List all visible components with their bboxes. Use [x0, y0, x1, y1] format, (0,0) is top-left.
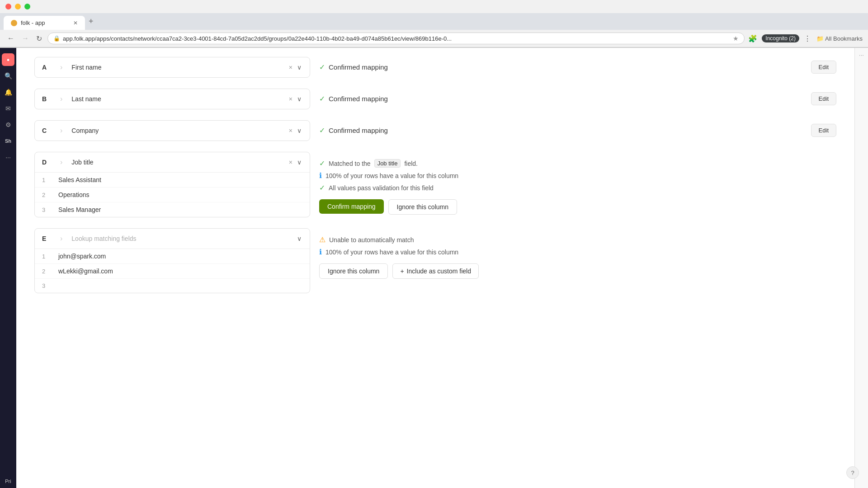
match-check-icon: ✓ [319, 159, 325, 168]
check-icon-a: ✓ [319, 63, 325, 71]
field-actions-d: × ∨ [288, 158, 302, 167]
column-header-a: A › First name × ∨ [35, 57, 310, 77]
rows-info-line: ℹ 100% of your rows have a value for thi… [319, 171, 836, 180]
menu-btn[interactable]: ⋮ [804, 34, 811, 43]
sidebar-sh-icon[interactable]: Sh [2, 135, 14, 147]
arrow-icon-d: › [60, 158, 62, 166]
status-panel-d: ✓ Matched to the Job title field. ℹ 100%… [319, 152, 836, 215]
edit-btn-c[interactable]: Edit [811, 124, 836, 137]
bookmarks-label: 📁 All Bookmarks [816, 35, 863, 42]
check-icon-c: ✓ [319, 126, 325, 135]
field-clear-btn-b[interactable]: × [288, 94, 293, 103]
arrow-icon-b: › [60, 95, 62, 103]
lookup-placeholder-text: Lookup matching fields [71, 235, 136, 242]
data-row-e-3: 3 [35, 279, 310, 293]
confirm-mapping-btn[interactable]: Confirm mapping [319, 199, 384, 214]
close-window-btn[interactable] [5, 4, 11, 9]
mapping-row-d: D › Job title × ∨ 1 Sales Assistant [34, 152, 836, 217]
sidebar-search-icon[interactable]: 🔍 [2, 70, 14, 82]
info-icon-e: ℹ [319, 248, 322, 256]
mapping-row-b: B › Last name × ∨ ✓ [34, 89, 836, 109]
arrow-icon-a: › [60, 63, 62, 71]
status-panel-b: ✓ Confirmed mapping Edit [319, 89, 836, 105]
row-number-d-1: 1 [42, 177, 51, 183]
match-prefix-text: Matched to the [329, 160, 371, 167]
new-tab-btn[interactable]: + [85, 13, 97, 30]
browser-chrome: folk - app ✕ + ← → ↻ 🔒 app.folk.app/apps… [0, 0, 868, 48]
url-text: app.folk.app/apps/contacts/network/ccaa7… [63, 35, 730, 42]
tab-close-btn[interactable]: ✕ [73, 20, 78, 26]
field-selector-e[interactable]: Lookup matching fields ∨ [71, 234, 302, 243]
sidebar-more-icon[interactable]: ··· [2, 151, 14, 164]
field-selector-b: Last name × ∨ [71, 94, 302, 103]
column-card-a: A › First name × ∨ [34, 57, 310, 78]
field-dropdown-btn-d[interactable]: ∨ [296, 158, 302, 167]
row-number-e-1: 1 [42, 253, 51, 260]
arrow-icon-c: › [60, 127, 62, 135]
mapping-row-a-inner: A › First name × ∨ [34, 57, 836, 78]
match-suffix-text: field. [404, 160, 418, 167]
confirm-btn-wrapper: Confirm mapping [319, 199, 384, 215]
status-panel-e: ⚠ Unable to automatically match ℹ 100% o… [319, 228, 836, 279]
field-actions-b: × ∨ [288, 94, 302, 103]
help-button[interactable]: ? [846, 466, 859, 479]
edit-btn-a[interactable]: Edit [811, 61, 836, 74]
field-dropdown-btn-a[interactable]: ∨ [296, 63, 302, 72]
edit-btn-b[interactable]: Edit [811, 92, 836, 105]
rows-info-text: 100% of your rows have a value for this … [326, 172, 458, 179]
warning-icon-e: ⚠ [319, 235, 326, 244]
field-dropdown-btn-c[interactable]: ∨ [296, 126, 302, 135]
extensions-btn[interactable]: 🧩 [748, 34, 757, 43]
reload-btn[interactable]: ↻ [34, 33, 44, 44]
field-selector-c: Company × ∨ [71, 126, 302, 135]
row-number-d-3: 3 [42, 206, 51, 213]
ignore-column-btn-e[interactable]: Ignore this column [319, 263, 388, 279]
active-tab[interactable]: folk - app ✕ [4, 16, 85, 30]
ignore-column-btn-d[interactable]: Ignore this column [388, 199, 457, 215]
field-name-a: First name [71, 64, 101, 71]
column-header-c: C › Company × ∨ [35, 121, 310, 141]
browser-actions: 🧩 Incognito (2) ⋮ [748, 34, 811, 43]
window-controls [5, 4, 30, 9]
forward-btn[interactable]: → [20, 33, 31, 43]
sidebar-notifications-icon[interactable]: 🔔 [2, 86, 14, 99]
field-selector-d: Job title × ∨ [71, 158, 302, 167]
field-dropdown-btn-b[interactable]: ∨ [296, 94, 302, 103]
sidebar-pri-icon[interactable]: Pri [2, 475, 14, 488]
left-sidebar: ● 🔍 🔔 ✉ ⚙ Sh ··· Pri [0, 48, 16, 488]
column-letter-c: C [42, 127, 51, 134]
sidebar-settings-icon[interactable]: ⚙ [2, 118, 14, 131]
minimize-window-btn[interactable] [15, 4, 21, 9]
column-letter-a: A [42, 64, 51, 71]
nav-bar: ← → ↻ 🔒 app.folk.app/apps/contacts/netwo… [0, 30, 868, 47]
include-custom-field-btn[interactable]: + Include as custom field [392, 263, 479, 279]
back-btn[interactable]: ← [5, 33, 16, 43]
row-value-d-2: Operations [58, 191, 89, 198]
lock-icon: 🔒 [53, 35, 60, 42]
tab-title: folk - app [21, 19, 45, 26]
address-bar[interactable]: 🔒 app.folk.app/apps/contacts/network/cca… [47, 33, 745, 44]
row-value-e-1: john@spark.com [58, 253, 106, 260]
mapping-row-b-inner: B › Last name × ∨ ✓ [34, 89, 836, 109]
field-dropdown-btn-e[interactable]: ∨ [296, 234, 302, 243]
column-card-b: B › Last name × ∨ [34, 89, 310, 109]
maximize-window-btn[interactable] [24, 4, 30, 9]
check-icon-b: ✓ [319, 94, 325, 103]
sidebar-messages-icon[interactable]: ✉ [2, 102, 14, 115]
mapping-row-c: C › Company × ∨ ✓ [34, 120, 836, 141]
sidebar-avatar[interactable]: ● [2, 53, 14, 66]
status-confirmed-b: ✓ Confirmed mapping [319, 94, 388, 103]
secondary-icon-top: ··· [859, 52, 864, 58]
column-header-b: B › Last name × ∨ [35, 89, 310, 109]
field-actions-a: × ∨ [288, 63, 302, 72]
arrow-icon-e: › [60, 235, 62, 243]
match-status-line: ✓ Matched to the Job title field. [319, 159, 836, 168]
field-actions-c: × ∨ [288, 126, 302, 135]
job-title-badge: Job title [374, 159, 401, 168]
column-card-d: D › Job title × ∨ 1 Sales Assistant [34, 152, 310, 217]
mapping-row-c-inner: C › Company × ∨ ✓ [34, 120, 836, 141]
field-clear-btn-c[interactable]: × [288, 126, 293, 135]
custom-field-label: Include as custom field [407, 267, 471, 275]
field-clear-btn-a[interactable]: × [288, 63, 293, 72]
field-clear-btn-d[interactable]: × [288, 158, 293, 167]
